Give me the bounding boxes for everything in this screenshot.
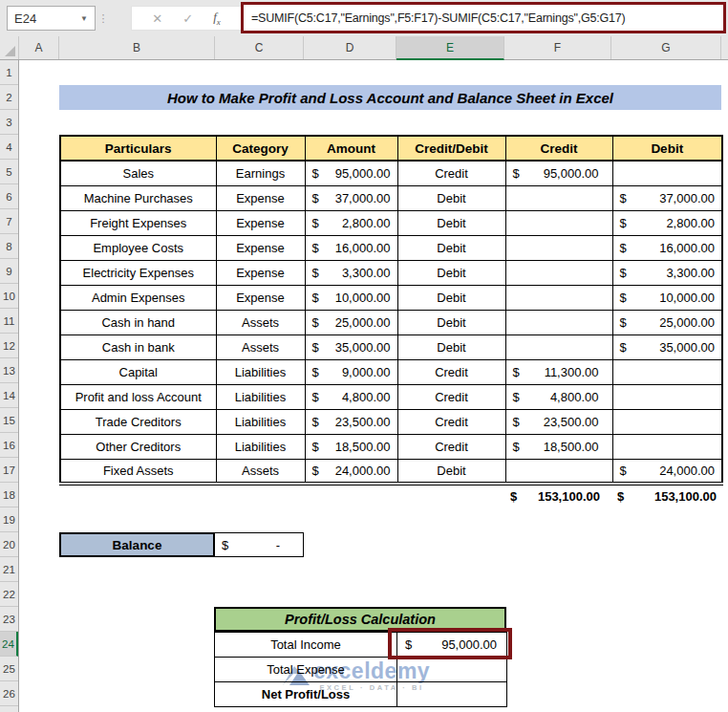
row-header-16[interactable]: 16 — [0, 433, 18, 458]
particulars-cell[interactable]: Other Creditors — [60, 434, 216, 459]
row-header-18[interactable]: 18 — [0, 483, 18, 507]
credit-cell[interactable] — [505, 310, 612, 334]
credit-cell[interactable] — [505, 285, 612, 310]
row-header-4[interactable]: 4 — [0, 135, 18, 160]
profit-loss-value-cell[interactable]: $95,000.00 — [397, 633, 507, 658]
column-header-d[interactable]: D — [304, 36, 396, 59]
debit-cell[interactable] — [612, 409, 722, 434]
column-header-a[interactable]: A — [19, 36, 59, 59]
debit-cell[interactable] — [612, 384, 722, 409]
column-header-b[interactable]: B — [59, 36, 215, 59]
debit-cell[interactable]: $10,000.00 — [612, 285, 722, 310]
particulars-cell[interactable]: Sales — [60, 161, 216, 185]
category-cell[interactable]: Expense — [216, 260, 305, 285]
profit-loss-value-cell[interactable] — [397, 658, 507, 682]
profit-loss-label-cell[interactable]: Total Income — [215, 633, 397, 658]
header-credit[interactable]: Credit — [505, 136, 612, 161]
credit-total-cell[interactable]: $ 153,100.00 — [504, 484, 611, 508]
particulars-cell[interactable]: Capital — [60, 359, 216, 384]
row-header-13[interactable]: 13 — [0, 358, 18, 383]
profit-loss-label-cell[interactable]: Net Profit/Loss — [215, 682, 397, 707]
debit-cell[interactable] — [612, 161, 722, 185]
category-cell[interactable]: Earnings — [216, 161, 305, 185]
credit-cell[interactable] — [505, 185, 612, 210]
category-cell[interactable]: Liabilities — [216, 384, 305, 409]
column-header-c[interactable]: C — [215, 36, 304, 59]
particulars-cell[interactable]: Employee Costs — [60, 235, 216, 260]
category-cell[interactable]: Expense — [216, 285, 305, 310]
amount-cell[interactable]: $18,500.00 — [305, 434, 397, 459]
row-header-8[interactable]: 8 — [0, 234, 18, 259]
row-header-25[interactable]: 25 — [0, 657, 18, 681]
debit-cell[interactable]: $24,000.00 — [612, 459, 722, 484]
amount-cell[interactable]: $10,000.00 — [305, 285, 397, 310]
amount-cell[interactable]: $25,000.00 — [305, 310, 397, 334]
row-header-21[interactable]: 21 — [0, 557, 18, 582]
row-header-26[interactable]: 26 — [0, 681, 18, 706]
amount-cell[interactable]: $95,000.00 — [305, 161, 397, 185]
debit-cell[interactable]: $37,000.00 — [612, 185, 722, 210]
credit-cell[interactable]: $4,800.00 — [505, 384, 612, 409]
credit-debit-cell[interactable]: Debit — [397, 459, 505, 484]
credit-cell[interactable]: $18,500.00 — [505, 434, 612, 459]
amount-cell[interactable]: $16,000.00 — [305, 235, 397, 260]
debit-cell[interactable] — [612, 359, 722, 384]
particulars-cell[interactable]: Cash in hand — [60, 310, 216, 334]
insert-function-icon[interactable]: fx — [213, 10, 221, 27]
credit-debit-cell[interactable]: Credit — [397, 359, 505, 384]
credit-debit-cell[interactable]: Debit — [397, 235, 505, 260]
debit-cell[interactable]: $16,000.00 — [612, 235, 722, 260]
category-cell[interactable]: Assets — [216, 310, 305, 334]
row-header-6[interactable]: 6 — [0, 184, 18, 209]
amount-cell[interactable]: $37,000.00 — [305, 185, 397, 210]
row-header-12[interactable]: 12 — [0, 334, 18, 358]
credit-cell[interactable]: $95,000.00 — [505, 161, 612, 185]
row-header-9[interactable]: 9 — [0, 259, 18, 284]
debit-cell[interactable] — [612, 434, 722, 459]
category-cell[interactable]: Assets — [216, 459, 305, 484]
particulars-cell[interactable]: Cash in bank — [60, 334, 216, 359]
column-header-e[interactable]: E — [396, 36, 504, 60]
particulars-cell[interactable]: Machine Purchases — [60, 185, 216, 210]
row-header-19[interactable]: 19 — [0, 507, 18, 532]
debit-cell[interactable]: $25,000.00 — [612, 310, 722, 334]
category-cell[interactable]: Expense — [216, 235, 305, 260]
category-cell[interactable]: Assets — [216, 334, 305, 359]
credit-debit-cell[interactable]: Credit — [397, 434, 505, 459]
particulars-cell[interactable]: Trade Creditors — [60, 409, 216, 434]
credit-debit-cell[interactable]: Debit — [397, 334, 505, 359]
credit-cell[interactable]: $23,500.00 — [505, 409, 612, 434]
profit-loss-header-cell[interactable]: Profit/Loss Calculation — [214, 607, 506, 632]
cancel-icon[interactable]: ✕ — [152, 12, 162, 25]
row-header-10[interactable]: 10 — [0, 284, 18, 309]
debit-cell[interactable]: $3,300.00 — [612, 260, 722, 285]
category-cell[interactable]: Expense — [216, 210, 305, 235]
debit-cell[interactable]: $2,800.00 — [612, 210, 722, 235]
row-header-7[interactable]: 7 — [0, 209, 18, 234]
debit-cell[interactable]: $35,000.00 — [612, 334, 722, 359]
amount-cell[interactable]: $2,800.00 — [305, 210, 397, 235]
profit-loss-label-cell[interactable]: Total Expense — [215, 658, 397, 682]
category-cell[interactable]: Liabilities — [216, 359, 305, 384]
row-header-11[interactable]: 11 — [0, 309, 18, 334]
amount-cell[interactable]: $4,800.00 — [305, 384, 397, 409]
amount-cell[interactable]: $9,000.00 — [305, 359, 397, 384]
balance-value-cell[interactable]: $ - — [214, 532, 304, 557]
credit-debit-cell[interactable]: Credit — [397, 161, 505, 185]
amount-cell[interactable]: $23,500.00 — [305, 409, 397, 434]
header-category[interactable]: Category — [216, 136, 305, 161]
chevron-down-icon[interactable]: ▼ — [80, 14, 88, 23]
category-cell[interactable]: Expense — [216, 185, 305, 210]
name-box[interactable]: E24 ▼ — [7, 6, 96, 31]
header-credit-debit[interactable]: Credit/Debit — [397, 136, 505, 161]
debit-total-cell[interactable]: $ 153,100.00 — [611, 484, 721, 508]
category-cell[interactable]: Liabilities — [216, 434, 305, 459]
select-all-corner[interactable] — [0, 36, 19, 59]
row-header-2[interactable]: 2 — [0, 85, 18, 110]
credit-cell[interactable] — [505, 334, 612, 359]
balance-label-cell[interactable]: Balance — [59, 532, 215, 557]
header-particulars[interactable]: Particulars — [60, 136, 216, 161]
credit-debit-cell[interactable]: Debit — [397, 260, 505, 285]
particulars-cell[interactable]: Electricity Expenses — [60, 260, 216, 285]
row-header-15[interactable]: 15 — [0, 408, 18, 433]
